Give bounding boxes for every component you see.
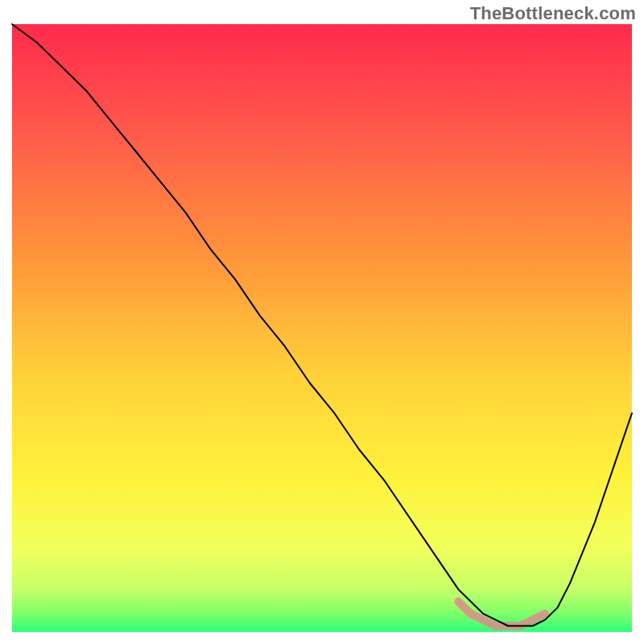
gradient-background — [12, 24, 632, 632]
watermark-text: TheBottleneck.com — [470, 3, 636, 24]
bottleneck-chart — [0, 0, 644, 644]
